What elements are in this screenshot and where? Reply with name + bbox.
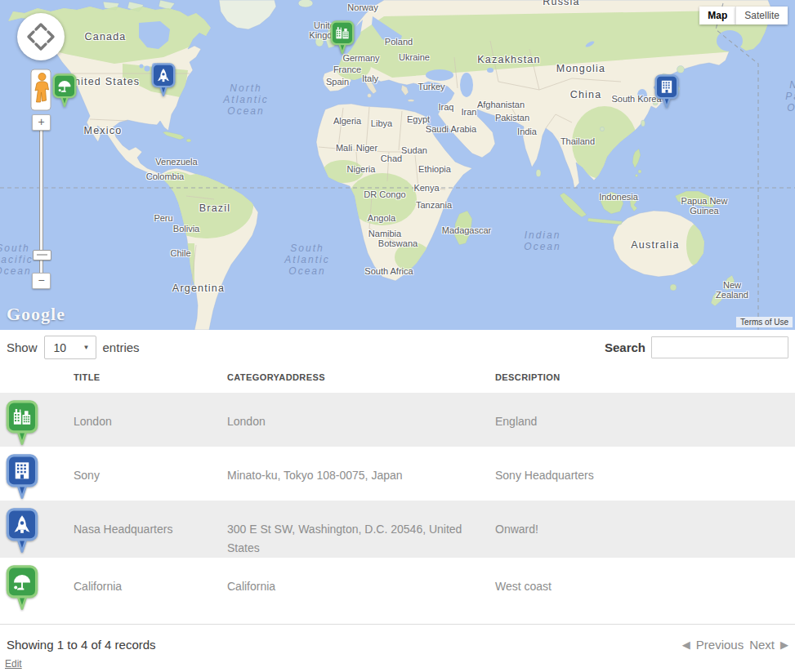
row-marker-cell: [0, 558, 72, 624]
table-header-row: TITLECATEGORYADDRESSDESCRIPTION: [0, 364, 795, 393]
beach-marker-icon: [6, 565, 38, 610]
table-toolbar: Show 10 ▼ entries Search: [0, 330, 795, 364]
cell-address: Minato-ku, Tokyo 108-0075, Japan: [226, 447, 494, 501]
records-summary: Showing 1 to 4 of 4 records: [7, 638, 156, 652]
world-map-graphic: [0, 0, 795, 330]
city-marker-icon: [6, 400, 38, 445]
table-body: LondonLondonEngland SonyMinato-ku, Tokyo…: [0, 393, 795, 624]
satellite-button[interactable]: Satellite: [735, 7, 788, 24]
pagination: ◀ Previous Next ▶: [682, 638, 788, 652]
map-button[interactable]: Map: [699, 7, 735, 24]
previous-button[interactable]: Previous: [696, 638, 744, 652]
chevron-down-icon: ▼: [83, 344, 90, 351]
zoom-out-button[interactable]: −: [32, 273, 51, 289]
search-input[interactable]: [651, 336, 788, 358]
street-view-pegman[interactable]: [30, 69, 51, 111]
terms-of-use-link[interactable]: Terms of Use: [736, 317, 793, 327]
cell-title: London: [72, 393, 226, 447]
cell-title: California: [72, 558, 226, 624]
map-marker-california[interactable]: [52, 73, 77, 107]
cell-description: Sony Headquarters: [494, 447, 795, 501]
next-icon[interactable]: ▶: [780, 639, 788, 651]
cell-description: Onward!: [494, 501, 795, 558]
map-type-toggle: Map Satellite: [699, 7, 788, 24]
cell-title: Nasa Headquarters: [72, 501, 226, 558]
google-logo[interactable]: Google: [7, 304, 65, 325]
row-marker-cell: [0, 393, 72, 447]
search-label: Search: [605, 340, 645, 354]
cell-title: Sony: [72, 447, 226, 501]
cell-description: England: [494, 393, 795, 447]
table-footer: Showing 1 to 4 of 4 records ◀ Previous N…: [0, 625, 795, 655]
entries-label: entries: [103, 340, 140, 354]
show-label: Show: [7, 340, 38, 354]
cell-description: West coast: [494, 558, 795, 624]
row-marker-cell: [0, 447, 72, 501]
entries-select[interactable]: 10 ▼: [44, 336, 96, 359]
edit-link[interactable]: Edit: [5, 658, 22, 670]
rocket-marker-icon: [6, 508, 38, 553]
zoom-in-button[interactable]: +: [32, 114, 51, 131]
zoom-slider-handle[interactable]: [33, 250, 51, 260]
table-row-nasa-headquarters[interactable]: Nasa Headquarters300 E St SW, Washington…: [0, 501, 795, 558]
next-button[interactable]: Next: [749, 638, 775, 652]
pegman-icon: [30, 69, 51, 111]
table-row-sony[interactable]: SonyMinato-ku, Tokyo 108-0075, JapanSony…: [0, 447, 795, 501]
table-row-london[interactable]: LondonLondonEngland: [0, 393, 795, 447]
cell-address: California: [226, 558, 494, 624]
previous-icon[interactable]: ◀: [682, 639, 690, 651]
header-spacer: [0, 372, 72, 383]
map-marker-london[interactable]: [330, 20, 355, 54]
column-header-description[interactable]: DESCRIPTION: [494, 372, 795, 383]
entries-select-value: 10: [54, 341, 67, 354]
map-pan-control[interactable]: [17, 13, 65, 60]
map-marker-nasa-headquarters[interactable]: [151, 63, 176, 96]
google-map[interactable]: RussiaNorwayCanadaPolandUnited KingdomGe…: [0, 0, 795, 330]
pan-arrows-icon: [17, 13, 65, 60]
column-header-categoryaddress[interactable]: CATEGORYADDRESS: [226, 372, 494, 383]
column-header-title[interactable]: TITLE: [72, 372, 226, 383]
table-row-california[interactable]: CaliforniaCaliforniaWest coast: [0, 558, 795, 624]
row-marker-cell: [0, 501, 72, 558]
cell-address: London: [226, 393, 494, 447]
office-marker-icon: [6, 454, 38, 499]
map-marker-sony[interactable]: [654, 74, 679, 108]
cell-address: 300 E St SW, Washington, D.C. 20546, Uni…: [226, 501, 494, 558]
